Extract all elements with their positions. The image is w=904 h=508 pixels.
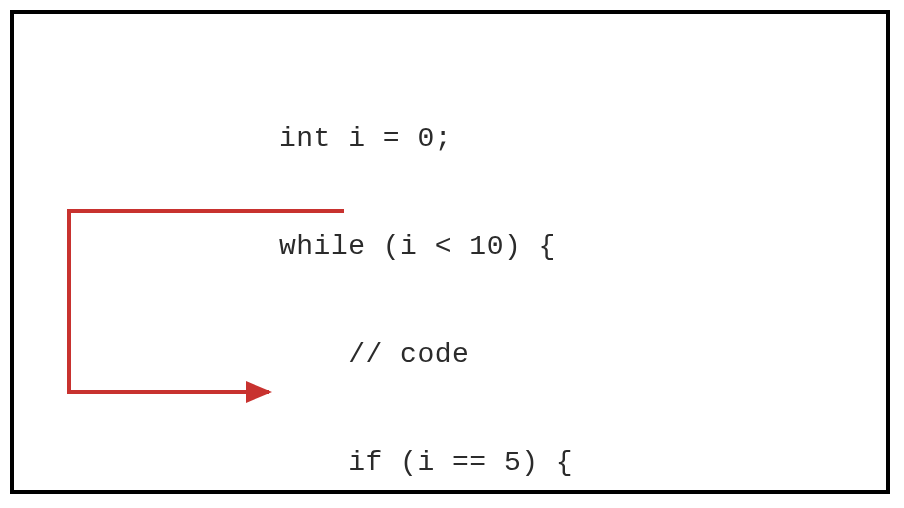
code-line: // code — [279, 337, 729, 373]
code-line: while (i < 10) { — [279, 229, 729, 265]
code-line: int i = 0; — [279, 121, 729, 157]
diagram-frame: int i = 0; while (i < 10) { // code if (… — [10, 10, 890, 494]
code-block: int i = 0; while (i < 10) { // code if (… — [279, 49, 729, 508]
code-line: if (i == 5) { — [279, 445, 729, 481]
svg-marker-0 — [246, 381, 272, 403]
